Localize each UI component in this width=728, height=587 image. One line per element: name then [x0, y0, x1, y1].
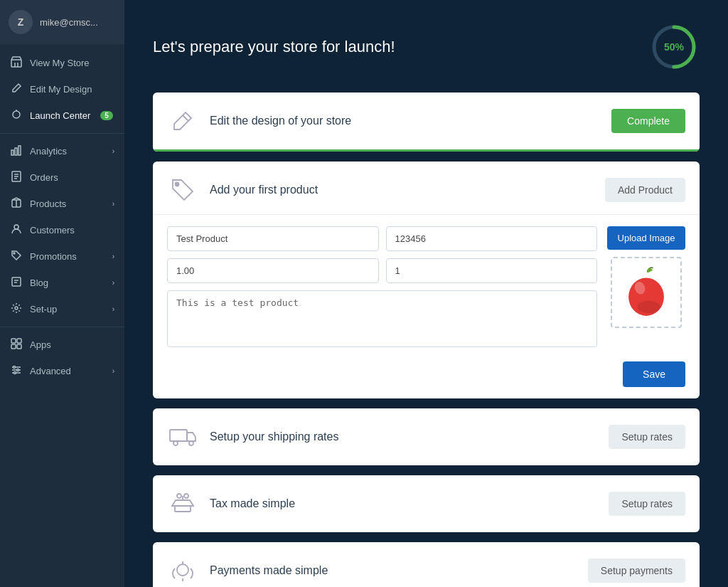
product-price-input[interactable]	[167, 258, 379, 283]
edit-design-card-title: Edit the design of your store	[210, 115, 600, 127]
setup-payments-button[interactable]: Setup payments	[588, 559, 685, 583]
sidebar-item-advanced[interactable]: Advanced ›	[0, 358, 124, 384]
sidebar: Z mike@cmsc... View My Store Edit My Des…	[0, 0, 124, 587]
sidebar-item-products[interactable]: Products ›	[0, 191, 124, 217]
payments-card-header: Payments made simple Setup payments	[153, 542, 700, 587]
main-content: Let's prepare your store for launch! 50%…	[124, 0, 728, 587]
svg-point-45	[184, 494, 188, 498]
progress-label: 50%	[664, 41, 684, 53]
chevron-right-icon-3: ›	[112, 253, 114, 260]
svg-point-46	[177, 564, 188, 576]
store-icon	[10, 56, 23, 70]
sidebar-item-customers[interactable]: Customers	[0, 217, 124, 243]
shipping-icon	[167, 421, 198, 453]
sidebar-label-products: Products	[30, 199, 66, 209]
advanced-icon	[10, 364, 23, 378]
svg-point-19	[15, 307, 18, 310]
product-form-left: This is a test product	[167, 226, 597, 347]
sidebar-header[interactable]: Z mike@cmsc...	[0, 0, 124, 44]
add-product-button[interactable]: Add Product	[605, 178, 685, 202]
product-save-row: Save	[153, 361, 700, 398]
sidebar-divider-1	[0, 133, 124, 134]
product-quantity-input[interactable]	[386, 258, 598, 283]
chevron-right-icon-2: ›	[112, 200, 114, 208]
svg-rect-21	[17, 339, 21, 343]
shipping-card-header: Setup your shipping rates Setup rates	[153, 408, 700, 465]
sidebar-label-promotions: Promotions	[30, 251, 77, 262]
sidebar-label-launch-center: Launch Center	[30, 110, 90, 121]
svg-point-3	[13, 111, 20, 118]
product-form-row-1	[167, 226, 597, 251]
svg-line-32	[183, 115, 188, 121]
add-product-card-title: Add your first product	[210, 184, 594, 196]
svg-rect-0	[11, 60, 21, 67]
sidebar-label-blog: Blog	[30, 277, 48, 288]
upload-image-button[interactable]: Upload Image	[607, 226, 685, 250]
svg-point-38	[173, 441, 178, 445]
sidebar-item-apps[interactable]: Apps	[0, 332, 124, 358]
main-header: Let's prepare your store for launch! 50%	[153, 21, 700, 73]
edit-design-card: Edit the design of your store Complete	[153, 92, 700, 152]
sidebar-item-analytics[interactable]: Analytics ›	[0, 138, 124, 164]
avatar: Z	[9, 10, 33, 34]
tax-card-title: Tax made simple	[210, 497, 597, 510]
chart-icon	[10, 144, 23, 158]
svg-rect-16	[12, 277, 21, 286]
box-icon	[10, 197, 23, 211]
launch-center-badge: 5	[100, 111, 113, 120]
sidebar-item-set-up[interactable]: Set-up ›	[0, 296, 124, 322]
shipping-card-title: Setup your shipping rates	[210, 430, 597, 443]
svg-point-27	[14, 366, 16, 369]
product-form-right: Upload Image	[607, 226, 685, 347]
sidebar-item-view-my-store[interactable]: View My Store	[0, 50, 124, 76]
progress-circle: 50%	[648, 21, 700, 73]
sidebar-item-blog[interactable]: Blog ›	[0, 270, 124, 296]
rocket-icon	[10, 109, 23, 122]
save-product-button[interactable]: Save	[623, 361, 685, 387]
sidebar-item-launch-center[interactable]: Launch Center 5	[0, 102, 124, 129]
product-description-input[interactable]: This is a test product	[167, 290, 597, 347]
svg-rect-23	[17, 344, 21, 349]
svg-point-36	[638, 301, 660, 314]
shipping-card: Setup your shipping rates Setup rates	[153, 408, 700, 465]
sidebar-label-view-my-store: View My Store	[30, 58, 90, 68]
payments-card-title: Payments made simple	[210, 564, 577, 577]
svg-rect-20	[11, 339, 16, 343]
sidebar-label-apps: Apps	[30, 339, 51, 350]
add-product-card-header: Add your first product Add Product	[153, 162, 700, 215]
svg-point-14	[14, 225, 18, 229]
svg-rect-6	[15, 148, 17, 155]
sidebar-item-promotions[interactable]: Promotions ›	[0, 243, 124, 270]
svg-rect-37	[170, 430, 187, 441]
person-icon	[10, 223, 23, 237]
product-tag-icon	[167, 174, 198, 206]
edit-design-progress-bar	[153, 149, 700, 152]
svg-point-29	[14, 372, 16, 374]
sidebar-label-customers: Customers	[30, 225, 75, 236]
sidebar-label-set-up: Set-up	[30, 304, 57, 314]
complete-button[interactable]: Complete	[611, 109, 685, 133]
edit-design-icon	[167, 105, 198, 137]
tax-card-header: Tax made simple Setup rates	[153, 475, 700, 532]
product-sku-input[interactable]	[386, 226, 598, 251]
sidebar-label-analytics: Analytics	[30, 146, 67, 157]
sidebar-item-edit-my-design[interactable]: Edit My Design	[0, 76, 124, 102]
payments-icon	[167, 555, 198, 586]
svg-rect-5	[11, 150, 14, 155]
blog-icon	[10, 276, 23, 290]
setup-shipping-button[interactable]: Setup rates	[609, 425, 685, 449]
svg-point-39	[189, 441, 193, 445]
svg-point-44	[177, 494, 181, 498]
pencil-icon	[10, 83, 23, 96]
chevron-right-icon-6: ›	[112, 367, 114, 375]
sidebar-divider-2	[0, 327, 124, 327]
chevron-right-icon-5: ›	[112, 305, 114, 313]
payments-card: Payments made simple Setup payments	[153, 542, 700, 587]
sidebar-item-orders[interactable]: Orders	[0, 164, 124, 191]
product-image-placeholder	[611, 257, 682, 328]
sidebar-label-advanced: Advanced	[30, 366, 71, 376]
tag-icon	[10, 250, 23, 263]
chevron-right-icon-4: ›	[112, 279, 114, 287]
product-name-input[interactable]	[167, 226, 379, 251]
setup-tax-button[interactable]: Setup rates	[609, 492, 685, 516]
